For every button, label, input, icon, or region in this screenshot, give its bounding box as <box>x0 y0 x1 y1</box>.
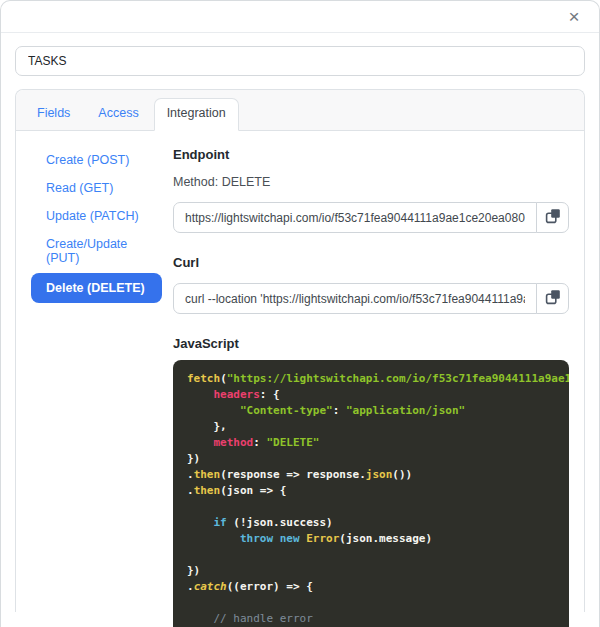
curl-command-input[interactable] <box>173 283 537 314</box>
tab-card: Fields Access Integration Create (POST) … <box>15 89 585 612</box>
nav-item-create-update-put[interactable]: Create/Update (PUT) <box>31 231 162 272</box>
tab-integration[interactable]: Integration <box>154 98 239 131</box>
endpoint-method: Method: DELETE <box>173 175 569 189</box>
tab-fields[interactable]: Fields <box>24 98 83 130</box>
modal-body: Fields Access Integration Create (POST) … <box>1 33 599 612</box>
task-name-input[interactable] <box>15 46 585 76</box>
curl-heading: Curl <box>173 255 569 270</box>
endpoint-url-input[interactable] <box>173 202 537 233</box>
javascript-heading: JavaScript <box>173 336 569 351</box>
copy-endpoint-button[interactable] <box>536 202 569 233</box>
nav-item-update-patch[interactable]: Update (PATCH) <box>31 203 162 230</box>
nav-item-create-post[interactable]: Create (POST) <box>31 147 162 174</box>
copy-icon <box>545 289 561 308</box>
endpoint-url-group <box>173 202 569 233</box>
nav-item-read-get[interactable]: Read (GET) <box>31 175 162 202</box>
copy-curl-button[interactable] <box>536 283 569 314</box>
tab-strip: Fields Access Integration <box>16 90 584 131</box>
js-code: fetch("https://lightswitchapi.com/io/f53… <box>173 360 569 627</box>
method-nav: Create (POST) Read (GET) Update (PATCH) … <box>31 147 162 627</box>
task-integration-modal: × Fields Access Integration Create (POST… <box>0 0 600 627</box>
nav-item-delete[interactable]: Delete (DELETE) <box>31 273 162 303</box>
tab-access[interactable]: Access <box>85 98 151 130</box>
integration-panel: Create (POST) Read (GET) Update (PATCH) … <box>16 131 584 627</box>
modal-header: × <box>1 1 599 33</box>
copy-icon <box>545 208 561 227</box>
integration-detail: Endpoint Method: DELETE <box>173 147 569 627</box>
endpoint-heading: Endpoint <box>173 147 569 162</box>
curl-command-group <box>173 283 569 314</box>
close-icon[interactable]: × <box>561 4 587 30</box>
